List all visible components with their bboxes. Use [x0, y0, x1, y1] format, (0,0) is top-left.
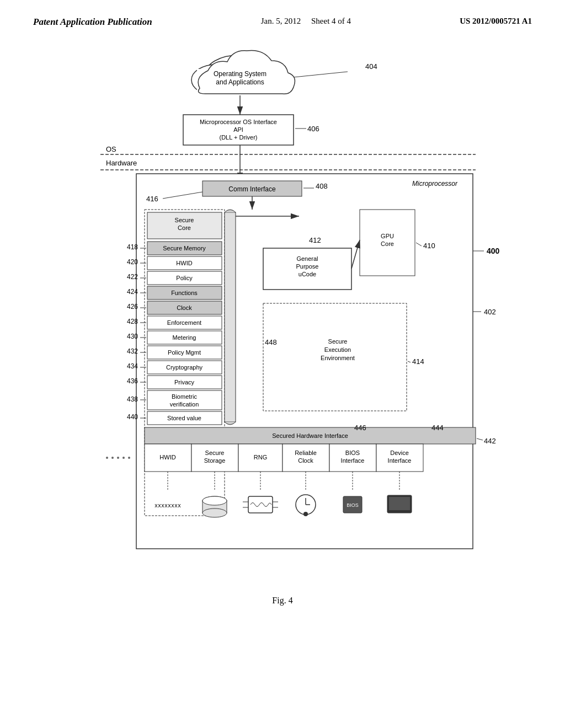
label-428: 428: [127, 318, 138, 325]
api-text2: API: [233, 126, 243, 133]
os-cloud-text2: and Applications: [216, 78, 264, 86]
os-label: OS: [106, 145, 116, 153]
gpu-core-text2: Core: [381, 240, 394, 247]
label-406: 406: [307, 125, 319, 133]
hwid-bottom-text: HWID: [159, 454, 175, 461]
gpu-core-text1: GPU: [381, 233, 394, 239]
secure-core-text1: Secure: [175, 217, 194, 223]
label-444: 444: [431, 424, 444, 432]
patent-number: US 2012/0005721 A1: [460, 17, 532, 26]
label-430: 430: [127, 333, 138, 340]
general-text2: Purpose: [296, 263, 319, 270]
rng-text: RNG: [254, 454, 267, 461]
label-434: 434: [127, 362, 138, 370]
label-442: 442: [484, 437, 496, 445]
enforcement-text: Enforcement: [167, 319, 201, 326]
page-header: Patent Application Publication Jan. 5, 2…: [0, 0, 565, 33]
label-418: 418: [127, 243, 138, 251]
os-cloud-text: Operating System: [214, 70, 266, 78]
fig-label: Fig. 4: [33, 596, 532, 606]
secure-exec-text2: Execution: [324, 346, 351, 353]
secured-hw-text: Secured Hardware Interface: [272, 432, 348, 439]
label-426: 426: [127, 303, 138, 311]
xxxxxxxx-text: xxxxxxxx: [154, 503, 181, 509]
general-text3: uCode: [299, 271, 316, 277]
diagram-container: Operating System and Applications 404 Mi…: [45, 44, 520, 585]
svg-line-10: [294, 72, 348, 77]
secure-exec-text3: Environment: [321, 355, 355, 361]
secure-storage-text1: Secure: [205, 449, 225, 456]
label-408: 408: [316, 182, 328, 190]
cryptography-text: Cryptography: [166, 364, 203, 371]
functions-text: Functions: [171, 290, 198, 296]
svg-point-61: [111, 457, 114, 459]
api-text1: Microprocessor OS Interface: [200, 119, 277, 125]
reliable-clock-text2: Clock: [298, 457, 313, 464]
microprocessor-label: Microprocessor: [412, 180, 458, 188]
secure-memory-text: Secure Memory: [163, 245, 206, 251]
label-404: 404: [365, 62, 377, 71]
publication-title: Patent Application Publication: [33, 17, 152, 28]
comm-interface-text: Comm Interface: [228, 185, 276, 193]
label-440: 440: [127, 413, 138, 421]
bios-interface-text2: Interface: [341, 457, 365, 464]
label-410: 410: [423, 242, 435, 250]
hardware-label: Hardware: [106, 159, 137, 167]
bios-chip-text: BIOS: [347, 502, 359, 508]
api-text3: (DLL + Driver): [220, 134, 258, 141]
stored-value-text: Stored value: [167, 415, 201, 421]
label-448: 448: [265, 338, 277, 346]
label-412: 412: [309, 236, 321, 244]
secure-storage-text2: Storage: [204, 457, 226, 464]
clock-text: Clock: [177, 304, 192, 311]
metering-text: Metering: [173, 334, 196, 341]
label-438: 438: [127, 395, 138, 403]
label-416: 416: [146, 195, 158, 203]
svg-point-60: [106, 457, 108, 459]
sheet-info: Sheet 4 of 4: [311, 17, 351, 25]
device-interface-text1: Device: [390, 449, 409, 456]
label-414: 414: [412, 357, 424, 366]
biometric-text2: verification: [170, 401, 199, 408]
pub-date: Jan. 5, 2012: [261, 17, 301, 25]
policy-text: Policy: [176, 275, 193, 281]
biometric-text1: Biometric: [172, 393, 197, 400]
svg-point-47: [202, 496, 227, 505]
secure-core-text2: Core: [178, 224, 191, 231]
label-436: 436: [127, 377, 138, 385]
label-400: 400: [487, 247, 500, 255]
label-432: 432: [127, 347, 138, 355]
svg-rect-59: [389, 497, 410, 510]
svg-point-56: [303, 512, 308, 516]
secure-exec-text1: Secure: [328, 338, 348, 345]
hwid-text: HWID: [176, 260, 192, 266]
bios-interface-text1: BIOS: [345, 449, 360, 456]
label-422: 422: [127, 273, 138, 281]
vertical-bar: [225, 212, 236, 422]
reliable-clock-text1: Reliable: [295, 449, 317, 456]
patent-diagram: Operating System and Applications 404 Mi…: [45, 44, 520, 585]
label-402: 402: [484, 308, 496, 316]
svg-point-64: [128, 457, 130, 459]
svg-point-63: [122, 457, 125, 459]
label-420: 420: [127, 258, 138, 266]
main-content: Operating System and Applications 404 Mi…: [0, 33, 565, 617]
label-424: 424: [127, 288, 138, 296]
svg-point-46: [202, 508, 227, 517]
privacy-text: Privacy: [174, 379, 195, 386]
header-center: Jan. 5, 2012 Sheet 4 of 4: [261, 17, 351, 26]
os-cloud: Operating System and Applications: [191, 50, 295, 102]
svg-point-62: [117, 457, 119, 459]
device-interface-text2: Interface: [388, 457, 412, 464]
general-text1: General: [296, 255, 318, 262]
label-446: 446: [354, 424, 366, 432]
policy-mgmt-text: Policy Mgmt: [168, 349, 201, 356]
svg-line-37: [477, 438, 483, 440]
